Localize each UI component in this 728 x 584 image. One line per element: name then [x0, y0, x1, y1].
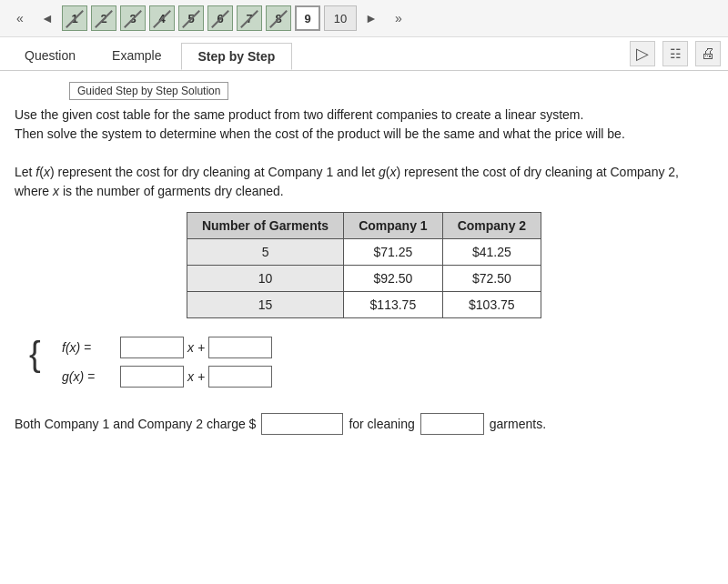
company1-cell-1: $71.25: [344, 239, 442, 266]
cost-table: Number of Garments Company 1 Company 2 5…: [187, 212, 541, 318]
charge-input[interactable]: [261, 413, 343, 435]
instruction-line3: Let f(x) represent the cost for dry clea…: [15, 163, 713, 201]
table-row: 10 $92.50 $72.50: [187, 266, 541, 292]
top-navigation: « ◄ 1 2 3 4 5 6 7 8 9 10 ► »: [0, 0, 728, 37]
gx-constant-input[interactable]: [208, 366, 272, 388]
cost-table-wrapper: Number of Garments Company 1 Company 2 5…: [15, 212, 713, 318]
page-button-4[interactable]: 4: [149, 5, 175, 31]
company2-cell-1: $41.25: [442, 239, 541, 266]
table-row: 5 $71.25 $41.25: [187, 239, 541, 266]
next-page-button[interactable]: ►: [360, 7, 382, 29]
col-header-company1: Company 1: [344, 213, 442, 239]
fx-label: f(x) =: [62, 340, 116, 355]
garments-input[interactable]: [420, 413, 484, 435]
fx-constant-input[interactable]: [208, 337, 272, 358]
page-button-1[interactable]: 1: [62, 5, 87, 31]
company1-cell-3: $113.75: [344, 292, 442, 318]
tab-bar: Question Example Step by Step ▷ ☷ 🖨: [0, 37, 728, 71]
prev-page-button[interactable]: ◄: [36, 7, 58, 29]
garments-cell-1: 5: [187, 239, 343, 266]
company2-cell-2: $72.50: [442, 266, 541, 292]
page-button-3[interactable]: 3: [120, 5, 146, 31]
main-content: Guided Step by Step Solution Use the giv…: [0, 71, 728, 449]
instruction-line2: Then solve the system to determine when …: [15, 125, 713, 144]
fx-x-text: x +: [187, 340, 205, 355]
last-page-button[interactable]: »: [386, 7, 411, 29]
gx-x-text: x +: [187, 369, 205, 384]
col-header-company2: Company 2: [442, 213, 541, 239]
tab-question[interactable]: Question: [7, 42, 93, 69]
instruction-line1: Use the given cost table for the same pr…: [15, 106, 713, 125]
page-button-8[interactable]: 8: [266, 5, 291, 31]
page-button-9[interactable]: 9: [295, 5, 320, 31]
fx-coefficient-input[interactable]: [120, 337, 184, 358]
page-button-2[interactable]: 2: [91, 5, 116, 31]
table-row: 15 $113.75 $103.75: [187, 292, 541, 318]
gx-equation-row: g(x) = x +: [62, 366, 272, 388]
both-company-prefix: Both Company 1 and Company 2 charge $: [15, 417, 256, 431]
col-header-garments: Number of Garments: [187, 213, 343, 239]
company2-cell-3: $103.75: [442, 292, 541, 318]
garments-cell-2: 10: [187, 266, 343, 292]
tab-step-by-step[interactable]: Step by Step: [181, 43, 293, 70]
instructions-block: Use the given cost table for the same pr…: [15, 106, 713, 201]
page-button-10[interactable]: 10: [324, 5, 357, 31]
both-company-row: Both Company 1 and Company 2 charge $ fo…: [15, 413, 713, 435]
play-icon[interactable]: ▷: [630, 41, 655, 66]
both-company-middle: for cleaning: [349, 417, 414, 431]
page-button-6[interactable]: 6: [207, 5, 233, 31]
tooltip-container: Guided Step by Step Solution: [15, 78, 713, 100]
gx-label: g(x) =: [62, 369, 116, 384]
fx-equation-row: f(x) = x +: [62, 337, 272, 358]
company1-cell-2: $92.50: [344, 266, 442, 292]
tab-example[interactable]: Example: [95, 42, 178, 69]
equations-section: { f(x) = x + g(x) = x +: [15, 337, 713, 395]
list-icon[interactable]: ☷: [662, 41, 688, 66]
tab-action-icons: ▷ ☷ 🖨: [630, 41, 721, 70]
garments-cell-3: 15: [187, 292, 343, 318]
both-company-suffix: garments.: [490, 417, 546, 431]
guided-tooltip: Guided Step by Step Solution: [69, 82, 228, 100]
print-icon[interactable]: 🖨: [695, 41, 721, 66]
page-button-5[interactable]: 5: [178, 5, 204, 31]
brace-icon: {: [29, 337, 41, 371]
page-button-7[interactable]: 7: [237, 5, 262, 31]
gx-coefficient-input[interactable]: [120, 366, 184, 388]
first-page-button[interactable]: «: [7, 7, 33, 29]
equation-system: { f(x) = x + g(x) = x +: [29, 337, 272, 395]
